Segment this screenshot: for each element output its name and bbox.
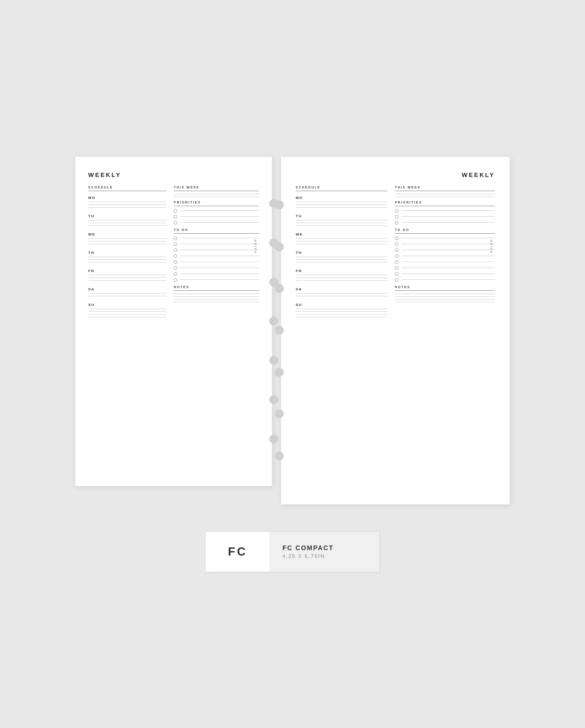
right-todo-3	[395, 248, 495, 252]
left-priority-3	[174, 221, 259, 225]
left-day-we: WE	[88, 232, 166, 236]
left-todo-line-3	[180, 250, 259, 250]
left-notes-side-label: NOTES	[255, 240, 257, 254]
right-todo-circle-7	[395, 272, 399, 276]
left-todo-line-7	[180, 273, 259, 274]
left-todo-line-4	[180, 256, 259, 256]
right-todo-label: TO DO	[395, 228, 495, 231]
left-schedule-label: SCHEDULE	[88, 186, 166, 189]
right-thisweek-label: THIS WEEK	[395, 186, 495, 189]
right-todo-circle-5	[395, 260, 399, 264]
right-todo-line-8	[401, 279, 495, 280]
right-todo-line-6	[401, 268, 495, 268]
right-priority-1	[395, 209, 495, 213]
left-todo-3	[174, 248, 259, 252]
left-priority-2	[174, 215, 259, 219]
brand-left-panel: FC	[206, 532, 270, 572]
right-todo-4	[395, 254, 495, 258]
left-day-sa: SA	[88, 287, 166, 291]
left-thisweek-label: THIS WEEK	[174, 186, 259, 189]
right-todo-5	[395, 260, 495, 264]
left-todo-4	[174, 254, 259, 258]
left-day-tu: TU	[88, 214, 166, 218]
brand-right-panel: FC COMPACT 4.25 X 6.75IN	[270, 532, 379, 572]
right-todo-line-4	[401, 256, 495, 256]
right-day-su: SU	[296, 303, 388, 307]
right-priorities-label: PRIORITIES	[395, 201, 495, 204]
hole-r2	[275, 242, 284, 252]
hole-r5	[275, 368, 284, 377]
left-todo-circle-6	[174, 266, 177, 270]
right-priority-circle-1	[395, 209, 399, 213]
right-todo-circle-3	[395, 248, 399, 252]
left-todo-line-5	[180, 262, 259, 262]
right-schedule-col: SCHEDULE MO TU WE	[296, 186, 388, 320]
hole-r1	[275, 200, 284, 209]
left-notes-label: NOTES	[174, 285, 259, 289]
left-priority-circle-2	[174, 215, 177, 219]
left-todo-line-1	[180, 238, 259, 238]
hole-r3	[275, 284, 284, 293]
left-priority-circle-1	[174, 209, 177, 213]
right-todo-8	[395, 278, 495, 282]
brand-monogram: FC	[228, 545, 248, 559]
right-day-fr: FR	[296, 269, 388, 273]
left-todo-8	[174, 278, 259, 282]
left-page: WEEKLY SCHEDULE MO TU WE	[75, 157, 272, 486]
right-page-title: WEEKLY	[296, 171, 495, 178]
left-todo-line-2	[180, 244, 259, 244]
right-todo-line-7	[401, 273, 495, 274]
right-holes	[275, 157, 284, 504]
right-todo-circle-1	[395, 236, 399, 240]
right-notes-side-label: NOTES	[490, 240, 493, 254]
right-day-tu: TU	[296, 214, 388, 218]
left-day-mo: MO	[88, 196, 166, 200]
left-day-su: SU	[88, 303, 166, 307]
right-todo-7	[395, 272, 495, 276]
left-priority-line-1	[180, 210, 259, 211]
right-notes-label: NOTES	[395, 285, 495, 289]
left-page-title: WEEKLY	[88, 171, 259, 178]
left-todo-circle-8	[174, 278, 177, 282]
right-priority-line-2	[401, 216, 495, 217]
right-priority-circle-3	[395, 221, 399, 225]
right-schedule-label: SCHEDULE	[296, 186, 388, 189]
right-todo-1	[395, 236, 495, 240]
right-todo-circle-6	[395, 266, 399, 270]
left-todo-circle-1	[174, 236, 177, 240]
right-todo-line-5	[401, 262, 495, 262]
left-todo-circle-5	[174, 260, 177, 264]
left-todo-7	[174, 272, 259, 276]
brand-product-name: FC COMPACT	[282, 544, 367, 551]
left-priority-circle-3	[174, 221, 177, 225]
left-priority-line-2	[180, 216, 259, 217]
left-todo-1	[174, 236, 259, 240]
brand-product-size: 4.25 X 6.75IN	[282, 553, 367, 559]
right-todo-circle-4	[395, 254, 399, 258]
left-two-col: SCHEDULE MO TU WE	[88, 186, 259, 320]
right-todo-circle-2	[395, 242, 399, 246]
right-page: WEEKLY SCHEDULE MO TU WE	[281, 157, 510, 504]
right-priority-3	[395, 221, 495, 225]
right-priority-circle-2	[395, 215, 399, 219]
left-todo-label: TO DO	[174, 228, 259, 231]
left-todo-circle-2	[174, 242, 177, 246]
hole-r4	[275, 326, 284, 335]
right-priority-line-1	[401, 210, 495, 211]
right-day-we: WE	[296, 232, 388, 236]
left-priority-1	[174, 209, 259, 213]
right-priority-2	[395, 215, 495, 219]
left-day-fr: FR	[88, 269, 166, 273]
left-priority-line-3	[180, 222, 259, 223]
right-priority-line-3	[401, 222, 495, 223]
left-todo-6	[174, 266, 259, 270]
right-todo-circle-8	[395, 278, 399, 282]
left-todo-circle-4	[174, 254, 177, 258]
left-right-col: THIS WEEK PRIORITIES	[174, 186, 259, 320]
right-todo-line-3	[401, 250, 495, 250]
right-right-col: THIS WEEK PRIORITIES	[395, 186, 495, 320]
left-todo-2	[174, 242, 259, 246]
right-todo-line-2	[401, 244, 495, 244]
branding-container: FC FC COMPACT 4.25 X 6.75IN	[206, 532, 379, 572]
right-day-th: TH	[296, 251, 388, 255]
